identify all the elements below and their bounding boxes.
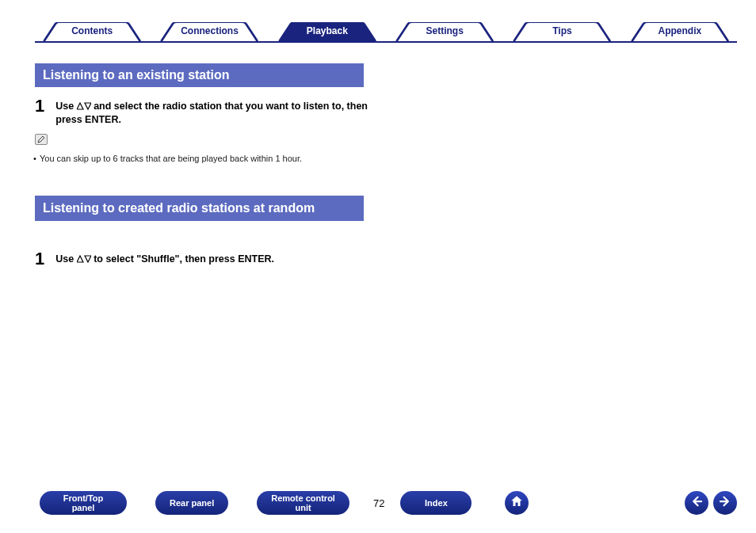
- step-text-before: Use: [55, 253, 76, 265]
- pill-line1: Remote control: [271, 493, 335, 503]
- tab-tips[interactable]: Tips: [505, 22, 619, 41]
- top-tabs: Contents Connections Playback Settings T…: [35, 22, 737, 43]
- step-text-after: to select "Shuffle", then press ENTER.: [91, 253, 274, 265]
- note-text: You can skip up to 6 tracks that are bei…: [40, 154, 302, 163]
- tab-settings[interactable]: Settings: [388, 22, 502, 41]
- pill-line1: Front/Top: [63, 493, 104, 503]
- pill-label: Index: [425, 498, 448, 508]
- step-number: 1: [35, 97, 44, 114]
- tab-label: Contents: [71, 25, 113, 36]
- pill-line2: unit: [296, 503, 311, 512]
- tab-label: Appendix: [658, 25, 701, 36]
- up-down-icon: [77, 253, 91, 266]
- bottom-nav: Front/Top panel Rear panel Remote contro…: [40, 489, 737, 517]
- pill-line2: panel: [72, 503, 95, 512]
- step-text: Use to select "Shuffle", then press ENTE…: [55, 249, 274, 266]
- step-text-before: Use: [55, 101, 76, 112]
- arrow-left-icon: [689, 494, 704, 512]
- page-number: 72: [373, 497, 384, 509]
- home-button[interactable]: [505, 491, 529, 515]
- tab-label: Playback: [307, 25, 348, 36]
- step-text: Use and select the radio station that yo…: [55, 97, 368, 126]
- page-arrows: [685, 491, 737, 515]
- up-down-icon: [77, 101, 91, 113]
- rear-panel-button[interactable]: Rear panel: [155, 491, 228, 515]
- tab-label: Connections: [181, 25, 239, 36]
- tab-connections[interactable]: Connections: [152, 22, 266, 41]
- prev-page-button[interactable]: [685, 491, 708, 515]
- tab-label: Tips: [552, 25, 571, 36]
- tab-appendix[interactable]: Appendix: [623, 22, 737, 41]
- section-heading-existing-station: Listening to an existing station: [35, 63, 364, 87]
- step-text-after: and select the radio station that you wa…: [55, 101, 368, 125]
- tab-contents[interactable]: Contents: [35, 22, 149, 41]
- remote-control-button[interactable]: Remote control unit: [257, 491, 349, 515]
- step-1-existing: 1 Use and select the radio station that …: [35, 97, 368, 126]
- step-1-random: 1 Use to select "Shuffle", then press EN…: [35, 249, 368, 267]
- tab-label: Settings: [426, 25, 463, 36]
- home-icon: [510, 494, 524, 512]
- pencil-note-icon: [35, 134, 48, 145]
- section-heading-random: Listening to created radio stations at r…: [35, 196, 364, 221]
- arrow-right-icon: [718, 494, 732, 512]
- front-top-panel-button[interactable]: Front/Top panel: [40, 491, 127, 515]
- pill-label: Rear panel: [170, 498, 214, 508]
- tab-playback[interactable]: Playback: [270, 22, 384, 41]
- next-page-button[interactable]: [713, 491, 737, 515]
- step-number: 1: [35, 249, 44, 267]
- index-button[interactable]: Index: [400, 491, 472, 515]
